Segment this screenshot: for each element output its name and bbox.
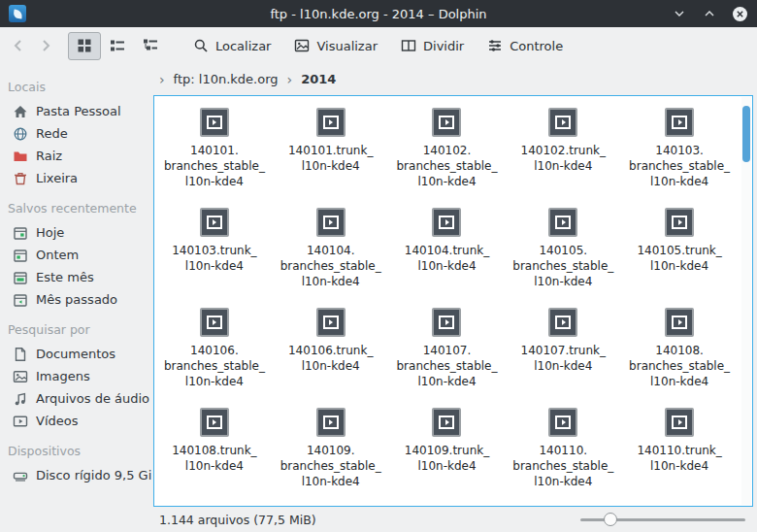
icons-view-button[interactable] [68,32,101,60]
scrollbar-thumb[interactable] [742,106,750,162]
file-item[interactable]: 140104.trunk_ l10n-kde4 [389,208,506,289]
video-file-icon [200,108,229,137]
file-item[interactable]: 140109.trunk_ l10n-kde4 [389,408,506,489]
calendar-yesterday-icon [13,248,28,263]
sidebar-section-title: Locais [0,68,151,100]
split-button-label: Dividir [423,39,464,53]
video-file-icon [316,208,346,237]
control-button[interactable]: Controle [477,34,574,57]
search-icon [193,38,209,53]
file-item[interactable]: 140107.trunk_ l10n-kde4 [505,308,621,389]
calendar-last-month-icon [13,292,28,308]
video-file-icon [316,108,346,137]
video-file-icon [316,308,346,337]
close-icon[interactable] [731,5,748,22]
video-file-icon [665,208,694,237]
control-icon [487,38,503,53]
file-item[interactable]: 140108. branches_stable_ l10n-kde4 [621,308,738,389]
file-item[interactable]: 140101.trunk_ l10n-kde4 [273,108,389,189]
sidebar-item[interactable]: Documentos [0,343,151,365]
file-name: 140107. branches_stable_ l10n-kde4 [396,343,497,389]
sidebar-item[interactable]: Rede [0,122,151,145]
zoom-slider-thumb[interactable] [604,513,617,526]
preview-icon [294,38,310,53]
file-name: 140106. branches_stable_ l10n-kde4 [164,343,265,389]
sidebar-item[interactable]: Mês passado [0,288,151,311]
breadcrumb-chevron-icon: › [287,72,293,87]
file-name: 140105. branches_stable_ l10n-kde4 [512,243,613,289]
file-name: 140104.trunk_ l10n-kde4 [405,243,489,274]
sidebar-item[interactable]: Este mês [0,266,151,288]
compact-view-button[interactable] [101,32,134,60]
sidebar-section-title: Salvos recentemente [0,189,151,221]
file-item[interactable]: 140102. branches_stable_ l10n-kde4 [389,108,506,189]
video-file-icon [548,108,577,137]
sidebar-item[interactable]: Raiz [0,145,151,167]
file-name: 140102.trunk_ l10n-kde4 [521,143,606,174]
zoom-slider[interactable] [580,512,745,527]
details-view-button[interactable] [134,32,167,60]
file-item[interactable]: 140109. branches_stable_ l10n-kde4 [273,408,389,489]
maximize-icon[interactable] [701,5,718,22]
sidebar-item-label: Raiz [36,149,62,163]
sidebar-item[interactable]: Imagens [0,365,151,387]
file-name: 140101. branches_stable_ l10n-kde4 [164,143,265,189]
sidebar-item[interactable]: Hoje [0,221,151,244]
file-item[interactable]: 140102.trunk_ l10n-kde4 [505,108,621,189]
file-name: 140101.trunk_ l10n-kde4 [288,143,373,174]
back-button[interactable] [6,33,31,58]
sidebar-item-label: Mês passado [36,292,117,307]
file-item[interactable]: 140106.trunk_ l10n-kde4 [273,308,389,389]
video-file-icon [316,408,346,437]
minimize-icon[interactable] [671,5,688,22]
sidebar-item[interactable]: Arquivos de áudio [0,387,151,410]
dolphin-window: ftp - l10n.kde.org - 2014 – Dolphin Loca… [0,0,757,532]
icons-view-icon [77,38,92,53]
video-file-icon [548,408,577,437]
file-name: 140110. branches_stable_ l10n-kde4 [512,443,613,489]
file-item[interactable]: 140108.trunk_ l10n-kde4 [156,408,273,489]
sidebar-item[interactable]: Pasta Pessoal [0,100,151,122]
root-folder-icon [13,149,28,164]
file-item[interactable]: 140107. branches_stable_ l10n-kde4 [389,308,506,389]
file-item[interactable]: 140103. branches_stable_ l10n-kde4 [621,108,738,189]
file-item[interactable]: 140101. branches_stable_ l10n-kde4 [156,108,273,189]
folder-view[interactable]: 140101. branches_stable_ l10n-kde4140101… [153,95,753,507]
video-file-icon [548,308,577,337]
audio-icon [13,391,28,407]
titlebar: ftp - l10n.kde.org - 2014 – Dolphin [0,0,757,27]
file-name: 140104. branches_stable_ l10n-kde4 [280,243,381,289]
sidebar-item[interactable]: Vídeos [0,410,151,432]
file-item[interactable]: 140104. branches_stable_ l10n-kde4 [273,208,389,289]
file-name: 140108. branches_stable_ l10n-kde4 [629,343,730,389]
video-file-icon [432,108,461,137]
video-file-icon [432,308,461,337]
sidebar-item[interactable]: Lixeira [0,167,151,189]
breadcrumb-root[interactable]: ftp: l10n.kde.org [174,72,279,86]
file-item[interactable]: 140106. branches_stable_ l10n-kde4 [156,308,273,389]
sidebar-item-label: Disco rígido 9,5 GiB [36,468,151,482]
window-title: ftp - l10n.kde.org - 2014 – Dolphin [0,7,757,21]
split-button[interactable]: Dividir [390,34,475,57]
status-text: 1.144 arquivos (77,5 MiB) [159,513,316,527]
file-item[interactable]: 140105. branches_stable_ l10n-kde4 [505,208,621,289]
trash-icon [13,171,28,186]
breadcrumb-current[interactable]: 2014 [301,72,336,86]
file-item[interactable]: 140103.trunk_ l10n-kde4 [156,208,273,289]
breadcrumb-chevron-icon: › [159,72,165,87]
back-icon [10,37,27,54]
preview-button[interactable]: Visualizar [283,34,388,57]
file-item[interactable]: 140110.trunk_ l10n-kde4 [621,408,738,489]
sidebar-item[interactable]: Disco rígido 9,5 GiB [0,464,151,486]
file-name: 140105.trunk_ l10n-kde4 [637,243,721,274]
file-item[interactable]: 140110. branches_stable_ l10n-kde4 [505,408,621,489]
forward-button[interactable] [33,33,58,58]
home-icon [13,104,28,119]
scrollbar-track[interactable] [741,97,751,505]
search-button[interactable]: Localizar [182,34,281,57]
sidebar-item[interactable]: Ontem [0,244,151,266]
images-icon [13,369,28,384]
status-bar: 1.144 arquivos (77,5 MiB) [0,507,757,532]
file-item[interactable]: 140105.trunk_ l10n-kde4 [621,208,738,289]
file-name: 140103. branches_stable_ l10n-kde4 [629,143,730,189]
